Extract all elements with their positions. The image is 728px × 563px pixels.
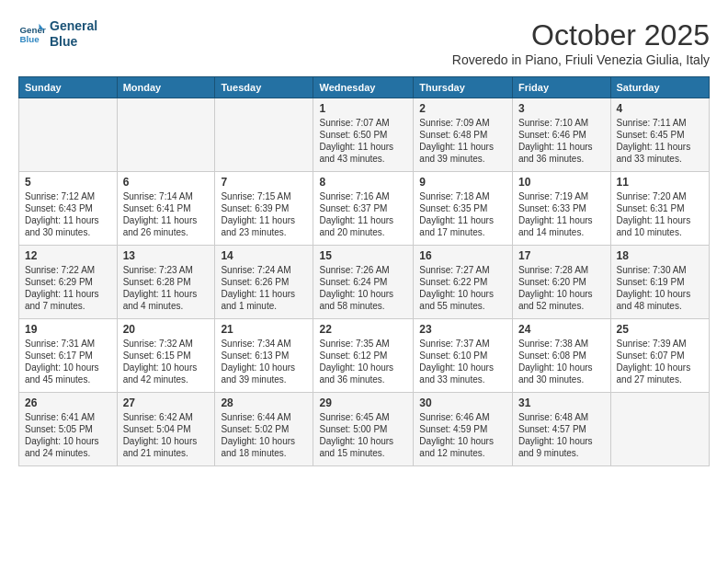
calendar-cell: 21 Sunrise: 7:34 AMSunset: 6:13 PMDaylig… bbox=[215, 319, 313, 393]
calendar-cell: 31 Sunrise: 6:48 AMSunset: 4:57 PMDaylig… bbox=[513, 393, 611, 466]
calendar-header-tuesday: Tuesday bbox=[215, 77, 313, 98]
day-info: Sunrise: 7:35 AMSunset: 6:12 PMDaylight:… bbox=[319, 338, 407, 385]
day-number: 3 bbox=[518, 102, 605, 115]
day-info: Sunrise: 7:37 AMSunset: 6:10 PMDaylight:… bbox=[419, 338, 506, 385]
calendar-cell: 1 Sunrise: 7:07 AMSunset: 6:50 PMDayligh… bbox=[313, 98, 414, 172]
day-info: Sunrise: 7:38 AMSunset: 6:08 PMDaylight:… bbox=[518, 338, 605, 385]
day-number: 15 bbox=[319, 249, 407, 262]
day-number: 6 bbox=[123, 176, 210, 189]
calendar-week-row: 26 Sunrise: 6:41 AMSunset: 5:05 PMDaylig… bbox=[19, 393, 710, 466]
calendar-cell bbox=[19, 98, 118, 172]
day-number: 17 bbox=[518, 249, 605, 262]
day-info: Sunrise: 7:32 AMSunset: 6:15 PMDaylight:… bbox=[123, 338, 210, 385]
day-info: Sunrise: 6:45 AMSunset: 5:00 PMDaylight:… bbox=[319, 411, 407, 459]
calendar-cell: 29 Sunrise: 6:45 AMSunset: 5:00 PMDaylig… bbox=[313, 393, 414, 466]
day-number: 24 bbox=[518, 323, 605, 336]
svg-text:Blue: Blue bbox=[20, 34, 40, 44]
day-number: 5 bbox=[25, 176, 111, 189]
day-info: Sunrise: 7:20 AMSunset: 6:31 PMDaylight:… bbox=[617, 190, 703, 238]
day-info: Sunrise: 6:41 AMSunset: 5:05 PMDaylight:… bbox=[25, 411, 111, 459]
day-info: Sunrise: 7:15 AMSunset: 6:39 PMDaylight:… bbox=[221, 190, 307, 238]
calendar-cell bbox=[610, 393, 709, 466]
calendar-cell: 27 Sunrise: 6:42 AMSunset: 5:04 PMDaylig… bbox=[117, 393, 215, 466]
day-number: 18 bbox=[617, 249, 703, 262]
day-number: 2 bbox=[419, 102, 506, 115]
day-number: 23 bbox=[419, 323, 506, 336]
calendar-cell: 18 Sunrise: 7:30 AMSunset: 6:19 PMDaylig… bbox=[610, 246, 709, 319]
day-number: 19 bbox=[25, 323, 111, 336]
month-title: October 2025 bbox=[452, 18, 710, 52]
day-number: 14 bbox=[221, 249, 307, 262]
calendar-cell: 17 Sunrise: 7:28 AMSunset: 6:20 PMDaylig… bbox=[513, 246, 611, 319]
logo-text: General Blue bbox=[50, 18, 97, 50]
calendar-cell: 3 Sunrise: 7:10 AMSunset: 6:46 PMDayligh… bbox=[513, 98, 611, 172]
calendar-week-row: 5 Sunrise: 7:12 AMSunset: 6:43 PMDayligh… bbox=[19, 172, 710, 246]
day-info: Sunrise: 7:19 AMSunset: 6:33 PMDaylight:… bbox=[518, 190, 605, 238]
calendar-cell: 26 Sunrise: 6:41 AMSunset: 5:05 PMDaylig… bbox=[19, 393, 118, 466]
day-info: Sunrise: 7:22 AMSunset: 6:29 PMDaylight:… bbox=[25, 264, 111, 312]
day-info: Sunrise: 7:27 AMSunset: 6:22 PMDaylight:… bbox=[419, 264, 506, 312]
calendar-week-row: 19 Sunrise: 7:31 AMSunset: 6:17 PMDaylig… bbox=[19, 319, 710, 393]
calendar-cell: 14 Sunrise: 7:24 AMSunset: 6:26 PMDaylig… bbox=[215, 246, 313, 319]
day-number: 31 bbox=[518, 396, 605, 409]
calendar-cell: 19 Sunrise: 7:31 AMSunset: 6:17 PMDaylig… bbox=[19, 319, 118, 393]
day-info: Sunrise: 7:34 AMSunset: 6:13 PMDaylight:… bbox=[221, 338, 307, 385]
calendar-cell: 11 Sunrise: 7:20 AMSunset: 6:31 PMDaylig… bbox=[610, 172, 709, 246]
calendar-cell: 7 Sunrise: 7:15 AMSunset: 6:39 PMDayligh… bbox=[215, 172, 313, 246]
calendar-cell: 6 Sunrise: 7:14 AMSunset: 6:41 PMDayligh… bbox=[117, 172, 215, 246]
day-number: 8 bbox=[319, 176, 407, 189]
day-info: Sunrise: 7:12 AMSunset: 6:43 PMDaylight:… bbox=[25, 190, 111, 238]
location-subtitle: Roveredo in Piano, Friuli Venezia Giulia… bbox=[452, 52, 710, 67]
day-info: Sunrise: 7:24 AMSunset: 6:26 PMDaylight:… bbox=[221, 264, 307, 312]
day-info: Sunrise: 6:46 AMSunset: 4:59 PMDaylight:… bbox=[419, 411, 506, 459]
day-info: Sunrise: 7:10 AMSunset: 6:46 PMDaylight:… bbox=[518, 117, 605, 165]
day-number: 27 bbox=[123, 396, 210, 409]
day-info: Sunrise: 7:18 AMSunset: 6:35 PMDaylight:… bbox=[419, 190, 506, 238]
calendar-header-saturday: Saturday bbox=[610, 77, 709, 98]
day-number: 21 bbox=[221, 323, 307, 336]
day-info: Sunrise: 7:09 AMSunset: 6:48 PMDaylight:… bbox=[419, 117, 506, 165]
calendar-cell: 16 Sunrise: 7:27 AMSunset: 6:22 PMDaylig… bbox=[414, 246, 513, 319]
day-number: 4 bbox=[617, 102, 703, 115]
day-info: Sunrise: 7:14 AMSunset: 6:41 PMDaylight:… bbox=[123, 190, 210, 238]
calendar-header-row: SundayMondayTuesdayWednesdayThursdayFrid… bbox=[19, 77, 710, 98]
day-info: Sunrise: 7:26 AMSunset: 6:24 PMDaylight:… bbox=[319, 264, 407, 312]
day-number: 10 bbox=[518, 176, 605, 189]
day-number: 28 bbox=[221, 396, 307, 409]
day-number: 12 bbox=[25, 249, 111, 262]
day-number: 9 bbox=[419, 176, 506, 189]
day-info: Sunrise: 6:44 AMSunset: 5:02 PMDaylight:… bbox=[221, 411, 307, 459]
calendar-cell bbox=[117, 98, 215, 172]
calendar-cell: 28 Sunrise: 6:44 AMSunset: 5:02 PMDaylig… bbox=[215, 393, 313, 466]
day-info: Sunrise: 7:28 AMSunset: 6:20 PMDaylight:… bbox=[518, 264, 605, 312]
calendar-cell: 13 Sunrise: 7:23 AMSunset: 6:28 PMDaylig… bbox=[117, 246, 215, 319]
logo: General Blue General Blue bbox=[18, 18, 97, 50]
day-info: Sunrise: 7:23 AMSunset: 6:28 PMDaylight:… bbox=[123, 264, 210, 312]
calendar-cell: 20 Sunrise: 7:32 AMSunset: 6:15 PMDaylig… bbox=[117, 319, 215, 393]
page-header: General Blue General Blue October 2025 R… bbox=[18, 18, 710, 67]
day-number: 20 bbox=[123, 323, 210, 336]
calendar-cell: 9 Sunrise: 7:18 AMSunset: 6:35 PMDayligh… bbox=[414, 172, 513, 246]
calendar-cell bbox=[215, 98, 313, 172]
calendar-cell: 2 Sunrise: 7:09 AMSunset: 6:48 PMDayligh… bbox=[414, 98, 513, 172]
calendar-cell: 24 Sunrise: 7:38 AMSunset: 6:08 PMDaylig… bbox=[513, 319, 611, 393]
calendar-header-friday: Friday bbox=[513, 77, 611, 98]
day-number: 7 bbox=[221, 176, 307, 189]
day-info: Sunrise: 6:42 AMSunset: 5:04 PMDaylight:… bbox=[123, 411, 210, 459]
calendar-cell: 10 Sunrise: 7:19 AMSunset: 6:33 PMDaylig… bbox=[513, 172, 611, 246]
calendar-cell: 12 Sunrise: 7:22 AMSunset: 6:29 PMDaylig… bbox=[19, 246, 118, 319]
calendar-cell: 8 Sunrise: 7:16 AMSunset: 6:37 PMDayligh… bbox=[313, 172, 414, 246]
day-number: 13 bbox=[123, 249, 210, 262]
calendar-cell: 5 Sunrise: 7:12 AMSunset: 6:43 PMDayligh… bbox=[19, 172, 118, 246]
day-number: 1 bbox=[319, 102, 407, 115]
day-number: 25 bbox=[617, 323, 703, 336]
calendar-cell: 22 Sunrise: 7:35 AMSunset: 6:12 PMDaylig… bbox=[313, 319, 414, 393]
calendar-cell: 15 Sunrise: 7:26 AMSunset: 6:24 PMDaylig… bbox=[313, 246, 414, 319]
calendar-cell: 30 Sunrise: 6:46 AMSunset: 4:59 PMDaylig… bbox=[414, 393, 513, 466]
calendar-header-monday: Monday bbox=[117, 77, 215, 98]
day-number: 29 bbox=[319, 396, 407, 409]
title-block: October 2025 Roveredo in Piano, Friuli V… bbox=[452, 18, 710, 67]
day-number: 11 bbox=[617, 176, 703, 189]
day-number: 22 bbox=[319, 323, 407, 336]
calendar-week-row: 1 Sunrise: 7:07 AMSunset: 6:50 PMDayligh… bbox=[19, 98, 710, 172]
